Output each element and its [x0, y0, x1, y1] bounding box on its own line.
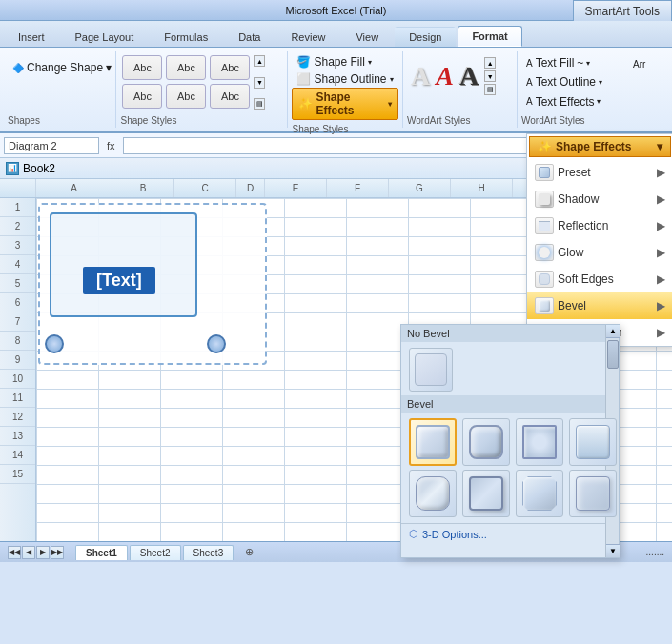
wordart-group-label: WordArt Styles	[407, 111, 513, 126]
add-sheet-button[interactable]: ⊕	[245, 546, 254, 558]
ribbon-group-change-shape: 🔷 Change Shape ▾ Shapes	[2, 51, 116, 128]
shape-effects-button[interactable]: ✨ Shape Effects ▾	[292, 88, 398, 120]
wordart-more[interactable]: ▤	[484, 84, 496, 95]
bevel-item-7[interactable]	[516, 470, 563, 517]
shape-swatch-1[interactable]: Abc	[122, 55, 162, 80]
bevel-grid	[401, 413, 619, 523]
bevel-shape-4	[576, 425, 610, 459]
wordart-scroll-up[interactable]: ▲	[484, 57, 496, 69]
smartart-handle-left[interactable]	[45, 334, 64, 353]
col-header-h[interactable]: H	[451, 179, 513, 197]
menu-header-label: Shape Effects	[556, 140, 631, 153]
3d-rotation-arrow: ▶	[657, 326, 665, 339]
wordart-sample-2[interactable]: A	[436, 61, 454, 91]
col-header-d[interactable]: D	[236, 179, 265, 197]
col-header-e[interactable]: E	[265, 179, 327, 197]
shadow-arrow: ▶	[657, 192, 665, 206]
scrollbar-thumb[interactable]	[607, 340, 619, 369]
sheet-tab-3[interactable]: Sheet3	[183, 545, 234, 560]
shape-styles-scroll-down[interactable]: ▼	[254, 77, 265, 89]
change-shape-button[interactable]: 🔷 Change Shape ▾	[8, 57, 116, 78]
bevel-item-5[interactable]	[409, 470, 457, 517]
wordart-sample-3[interactable]: A	[459, 61, 479, 91]
col-header-a[interactable]: A	[36, 179, 112, 197]
row-5: 5	[0, 274, 35, 293]
row-14: 14	[0, 446, 35, 465]
glow-label: Glow	[558, 246, 583, 259]
tab-review[interactable]: Review	[276, 27, 339, 47]
fx-button[interactable]: fx	[103, 140, 119, 151]
menu-item-reflection[interactable]: Reflection ▶	[527, 212, 672, 239]
menu-item-shadow[interactable]: Shadow ▶	[527, 186, 672, 212]
shape-swatch-3[interactable]: Abc	[210, 55, 250, 80]
bevel-item-8[interactable]	[569, 470, 617, 517]
arrange-button[interactable]: Arr	[628, 53, 664, 74]
bevel-item-2[interactable]	[462, 418, 510, 466]
nav-next[interactable]: ▶	[36, 546, 50, 559]
menu-item-preset[interactable]: Preset ▶	[527, 159, 672, 186]
text-fill-button[interactable]: A Text Fill ~ ▾	[521, 53, 619, 72]
nav-prev[interactable]: ◀	[22, 546, 35, 559]
nav-last[interactable]: ▶▶	[51, 546, 64, 559]
bevel-item-6[interactable]	[462, 470, 510, 517]
preset-icon	[539, 167, 550, 178]
smartart-badge: SmartArt Tools	[573, 0, 672, 21]
bevel-item-1[interactable]	[409, 418, 457, 466]
smartart-handle-right[interactable]	[207, 334, 226, 353]
text-outline-button[interactable]: A Text Outline ▾	[521, 72, 619, 91]
scrollbar-down-btn[interactable]: ▼	[606, 544, 620, 557]
text-outline-label: Text Outline	[536, 75, 596, 89]
dots-indicator: ....	[401, 546, 619, 557]
menu-item-soft-edges[interactable]: Soft Edges ▶	[527, 266, 672, 292]
chevron-effects-icon: ▾	[388, 100, 392, 109]
menu-header: ✨ Shape Effects ▾	[529, 136, 671, 157]
soft-edges-label: Soft Edges	[558, 272, 614, 286]
text-outline-icon: A	[526, 77, 533, 88]
text-fill-label: Text Fill	[536, 56, 575, 70]
smartart-container[interactable]: [Text]	[38, 203, 267, 365]
shape-fill-button[interactable]: 🪣 Shape Fill ▾	[292, 53, 398, 70]
bevel-item-3[interactable]	[516, 418, 563, 466]
sheet-nav-arrows: ◀◀ ◀ ▶ ▶▶	[8, 546, 64, 559]
no-bevel-label: No Bevel	[401, 325, 619, 342]
row-4: 4	[0, 255, 35, 274]
tab-design[interactable]: Design	[395, 27, 456, 47]
shape-outline-button[interactable]: ⬜ Shape Outline ▾	[292, 70, 398, 88]
title-bar: Microsoft Excel (Trial) SmartArt Tools	[0, 0, 672, 21]
tab-data[interactable]: Data	[224, 27, 275, 47]
wordart-sample-1[interactable]: A	[411, 61, 430, 91]
3d-options-label: 3-D Options...	[422, 529, 487, 540]
tab-page-layout[interactable]: Page Layout	[61, 27, 149, 47]
shape-styles-more[interactable]: ▤	[254, 98, 265, 110]
menu-item-bevel[interactable]: Bevel ▶	[527, 292, 672, 319]
nav-first[interactable]: ◀◀	[8, 546, 21, 559]
3d-options-row[interactable]: ⬡ 3-D Options...	[401, 523, 619, 546]
col-header-g[interactable]: G	[389, 179, 451, 197]
scrollbar-up-btn[interactable]: ▲	[606, 325, 620, 338]
col-header-c[interactable]: C	[174, 179, 236, 197]
col-header-f[interactable]: F	[327, 179, 389, 197]
shape-swatch-6[interactable]: Abc	[210, 84, 250, 109]
row-3: 3	[0, 236, 35, 255]
tab-formulas[interactable]: Formulas	[150, 27, 222, 47]
sheet-tab-2[interactable]: Sheet2	[130, 545, 181, 560]
shape-swatch-2[interactable]: Abc	[166, 55, 206, 80]
shape-swatch-4[interactable]: Abc	[122, 84, 162, 109]
name-box[interactable]	[4, 137, 99, 154]
bevel-item-4[interactable]	[569, 418, 617, 466]
sheet-tab-1[interactable]: Sheet1	[75, 545, 128, 560]
shape-swatch-5[interactable]: Abc	[166, 84, 206, 109]
text-effects-button[interactable]: A Text Effects ▾	[521, 92, 619, 111]
menu-effects-icon: ✨	[538, 140, 552, 153]
wordart-scroll-down[interactable]: ▼	[484, 70, 496, 82]
smartart-text[interactable]: [Text]	[83, 267, 155, 294]
shadow-icon-box	[535, 191, 554, 208]
bevel-none-item[interactable]	[409, 348, 453, 392]
tab-format[interactable]: Format	[458, 26, 521, 47]
bevel-shape-1	[416, 425, 450, 459]
tab-view[interactable]: View	[341, 27, 393, 47]
col-header-b[interactable]: B	[112, 179, 174, 197]
tab-insert[interactable]: Insert	[4, 27, 59, 47]
menu-item-glow[interactable]: Glow ▶	[527, 239, 672, 266]
shape-styles-scroll-up[interactable]: ▲	[254, 55, 265, 67]
